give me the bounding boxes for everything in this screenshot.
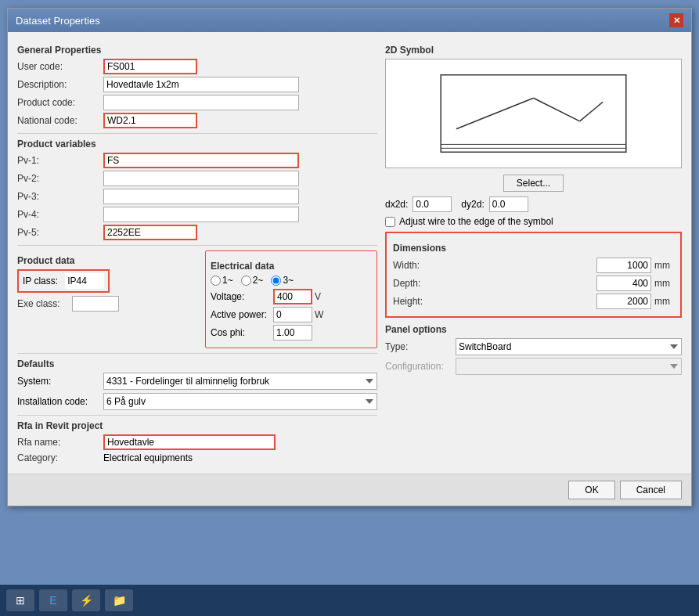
- ok-button[interactable]: OK: [568, 481, 614, 499]
- ip-class-box: IP class:: [17, 269, 110, 293]
- voltage-input[interactable]: [273, 289, 312, 304]
- svg-rect-0: [441, 75, 626, 153]
- footer: OK Cancel: [8, 474, 691, 506]
- taskbar-item-3[interactable]: ⚡: [72, 589, 100, 611]
- close-button[interactable]: ✕: [669, 13, 683, 27]
- installation-select-wrapper: 6 På gulv: [103, 393, 377, 410]
- config-select-wrapper: [456, 358, 682, 375]
- ip-class-label: IP class:: [23, 276, 58, 286]
- dimensions-section: Dimensions Width: mm Depth: mm Height:: [385, 232, 682, 318]
- category-label: Category:: [17, 452, 103, 463]
- adjust-wire-label: Adjust wire to the edge of the symbol: [399, 216, 553, 227]
- voltage-unit: V: [315, 291, 321, 302]
- type-select[interactable]: SwitchBoard: [456, 338, 682, 355]
- installation-label: Installation code:: [17, 396, 103, 407]
- electrical-data-section: Electrical data 1~ 2~ 3~: [205, 250, 377, 348]
- pv4-label: Pv-4:: [17, 209, 103, 220]
- pv4-input[interactable]: [103, 207, 299, 222]
- ip-class-input[interactable]: [65, 273, 104, 289]
- description-input[interactable]: [103, 77, 299, 92]
- defaults-title: Defaults: [17, 358, 377, 369]
- rfa-name-input[interactable]: [103, 434, 276, 450]
- taskbar-item-1[interactable]: ⊞: [6, 589, 34, 611]
- radio-1ph[interactable]: 1~: [211, 275, 233, 286]
- system-select[interactable]: 4331 - Fordelinger til alminnelig forbru…: [103, 373, 377, 390]
- adjust-wire-checkbox[interactable]: [385, 217, 395, 227]
- dimensions-title: Dimensions: [393, 243, 674, 254]
- dialog-title: Dataset Properties: [16, 15, 100, 27]
- config-select[interactable]: [456, 358, 682, 375]
- taskbar-item-4[interactable]: 📁: [105, 589, 133, 611]
- system-label: System:: [17, 376, 103, 387]
- dy2d-input[interactable]: [489, 196, 528, 212]
- electrical-data-title: Electrical data: [211, 261, 372, 272]
- voltage-label: Voltage:: [211, 291, 273, 302]
- config-label: Configuration:: [385, 361, 456, 372]
- active-power-label: Active power:: [211, 309, 273, 320]
- select-button[interactable]: Select...: [503, 175, 564, 192]
- pv1-label: Pv-1:: [17, 155, 103, 166]
- cos-phi-input[interactable]: [273, 325, 312, 340]
- radio-2ph[interactable]: 2~: [241, 275, 264, 286]
- national-code-label: National code:: [17, 115, 103, 126]
- exe-class-label: Exe class:: [17, 298, 72, 309]
- type-select-wrapper: SwitchBoard: [456, 338, 682, 355]
- cos-phi-label: Cos phi:: [211, 327, 273, 338]
- symbol-2d-title: 2D Symbol: [385, 45, 682, 56]
- product-variables-title: Product variables: [17, 139, 377, 149]
- category-value: Electrical equipments: [103, 452, 193, 463]
- national-code-input[interactable]: [103, 113, 197, 128]
- active-power-unit: W: [315, 309, 323, 320]
- cancel-button[interactable]: Cancel: [620, 481, 682, 499]
- pv2-label: Pv-2:: [17, 173, 103, 184]
- height-label: Height:: [393, 296, 596, 307]
- height-unit: mm: [654, 296, 674, 307]
- radio-3ph[interactable]: 3~: [271, 275, 294, 286]
- width-label: Width:: [393, 260, 596, 271]
- system-select-wrapper: 4331 - Fordelinger til alminnelig forbru…: [103, 373, 377, 390]
- pv3-label: Pv-3:: [17, 191, 103, 202]
- description-label: Description:: [17, 79, 103, 90]
- pv1-input[interactable]: [103, 153, 299, 168]
- user-code-label: User code:: [17, 61, 103, 72]
- symbol-2d-box: [385, 59, 682, 168]
- depth-unit: mm: [654, 278, 674, 289]
- depth-label: Depth:: [393, 278, 596, 289]
- dx2d-label: dx2d:: [385, 199, 408, 210]
- installation-select[interactable]: 6 På gulv: [103, 393, 377, 410]
- type-label: Type:: [385, 341, 456, 352]
- user-code-input[interactable]: [103, 59, 197, 74]
- panel-options-title: Panel options: [385, 324, 682, 335]
- rfa-name-label: Rfa name:: [17, 437, 103, 448]
- height-input[interactable]: [596, 294, 651, 309]
- general-properties-title: General Properties: [17, 45, 377, 56]
- pv5-label: Pv-5:: [17, 227, 103, 238]
- product-code-input[interactable]: [103, 95, 299, 110]
- panel-options-section: Panel options Type: SwitchBoard Configur…: [385, 324, 682, 375]
- width-unit: mm: [654, 260, 674, 271]
- pv3-input[interactable]: [103, 189, 299, 204]
- exe-class-input[interactable]: [72, 296, 119, 312]
- width-input[interactable]: [596, 258, 651, 273]
- product-code-label: Product code:: [17, 97, 103, 108]
- pv2-input[interactable]: [103, 171, 299, 186]
- taskbar-item-2[interactable]: E: [39, 589, 67, 611]
- rfa-title: Rfa in Revit project: [17, 420, 377, 431]
- depth-input[interactable]: [596, 276, 651, 291]
- dy2d-label: dy2d:: [461, 199, 484, 210]
- dx2d-input[interactable]: [413, 196, 452, 212]
- title-bar: Dataset Properties ✕: [8, 9, 691, 32]
- active-power-input[interactable]: [273, 307, 312, 322]
- product-data-title: Product data: [17, 255, 197, 266]
- taskbar: ⊞ E ⚡ 📁: [0, 585, 699, 616]
- pv5-input[interactable]: [103, 225, 197, 240]
